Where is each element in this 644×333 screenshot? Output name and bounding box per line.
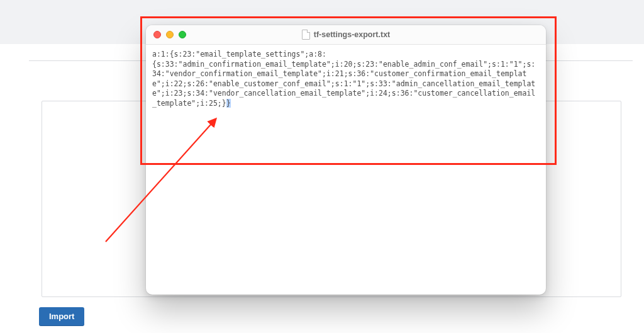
- file-content-text: a:1:{s:23:"email_template_settings";a:8:…: [152, 50, 535, 108]
- window-titlebar[interactable]: tf-settings-export.txt: [146, 25, 546, 45]
- import-button[interactable]: Import: [39, 307, 84, 326]
- window-title: tf-settings-export.txt: [146, 30, 546, 40]
- traffic-lights: [146, 31, 186, 38]
- close-icon[interactable]: [153, 31, 161, 38]
- minimize-icon[interactable]: [166, 31, 174, 38]
- zoom-icon[interactable]: [179, 31, 186, 38]
- file-icon: [302, 30, 310, 40]
- window-filename: tf-settings-export.txt: [314, 30, 391, 39]
- selection-caret: }: [226, 99, 231, 108]
- text-file-window: tf-settings-export.txt a:1:{s:23:"email_…: [146, 25, 546, 295]
- file-content[interactable]: a:1:{s:23:"email_template_settings";a:8:…: [146, 45, 546, 295]
